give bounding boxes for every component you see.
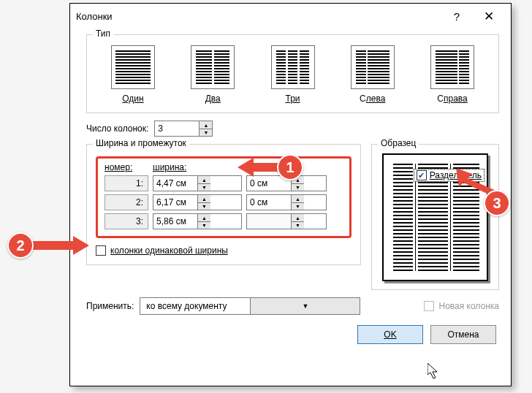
window-title: Колонки	[76, 11, 113, 22]
close-button[interactable]: ✕	[473, 4, 505, 28]
apply-select[interactable]: ко всему документу ▼	[140, 297, 360, 315]
row2-gap[interactable]: ▲▼	[246, 194, 327, 210]
checkbox-icon	[424, 301, 434, 311]
row1-num: 1:	[104, 175, 148, 191]
preset-right[interactable]: Справа	[419, 45, 485, 104]
titlebar: Колонки ? ✕	[70, 4, 511, 28]
row3-width[interactable]: ▲▼	[153, 213, 242, 229]
preset-left[interactable]: Слева	[340, 45, 406, 104]
sample-legend: Образец	[378, 138, 419, 148]
num-cols-down[interactable]: ▼	[200, 129, 212, 136]
row2-num: 2:	[104, 194, 148, 210]
cancel-button[interactable]: Отмена	[430, 325, 496, 344]
group-width-gap-legend: Ширина и промежуток	[93, 138, 189, 148]
highlight-box-2: номер: ширина: промежуток: 1: ▲▼ ▲▼ 2: ▲…	[96, 156, 352, 238]
row2-width[interactable]: ▲▼	[153, 194, 242, 210]
table-row: 1: ▲▼ ▲▼	[104, 175, 343, 191]
row1-width[interactable]: ▲▼	[153, 175, 242, 191]
num-cols-input[interactable]	[155, 121, 199, 136]
chevron-down-icon: ▼	[250, 298, 360, 314]
num-cols-label: Число колонок:	[86, 123, 148, 134]
row3-num: 3:	[104, 213, 148, 229]
row3-gap[interactable]: ▲▼	[246, 213, 327, 229]
table-row: 3: ▲▼ ▲▼	[104, 213, 343, 229]
preset-three[interactable]: Три	[260, 45, 326, 104]
checkbox-icon: ✔	[417, 170, 427, 180]
preset-one[interactable]: Один	[100, 45, 166, 104]
group-width-gap: Ширина и промежуток номер: ширина: проме…	[86, 144, 361, 265]
checkbox-icon	[96, 245, 106, 256]
new-column-checkbox: Новая колонка	[424, 301, 499, 311]
preset-two[interactable]: Два	[180, 45, 246, 104]
callout-3: 3	[452, 169, 510, 216]
col-head-width: ширина:	[153, 162, 242, 172]
columns-dialog: Колонки ? ✕ Тип Один Два Три	[69, 3, 512, 386]
equal-width-checkbox[interactable]: колонки одинаковой ширины	[96, 245, 352, 256]
col-head-num: номер:	[104, 162, 148, 172]
apply-label: Применить:	[86, 301, 134, 311]
ok-button[interactable]: OK	[357, 325, 423, 344]
help-button[interactable]: ?	[441, 4, 473, 28]
group-sample: Образец	[371, 144, 499, 290]
num-cols-spinner[interactable]: ▲ ▼	[154, 121, 213, 137]
num-cols-up[interactable]: ▲	[200, 121, 212, 129]
group-type: Тип Один Два Три Слева	[86, 34, 499, 113]
table-row: 2: ▲▼ ▲▼	[104, 194, 343, 210]
callout-2: 2	[7, 232, 89, 259]
callout-1: 1	[238, 154, 303, 180]
group-type-legend: Тип	[93, 28, 113, 39]
